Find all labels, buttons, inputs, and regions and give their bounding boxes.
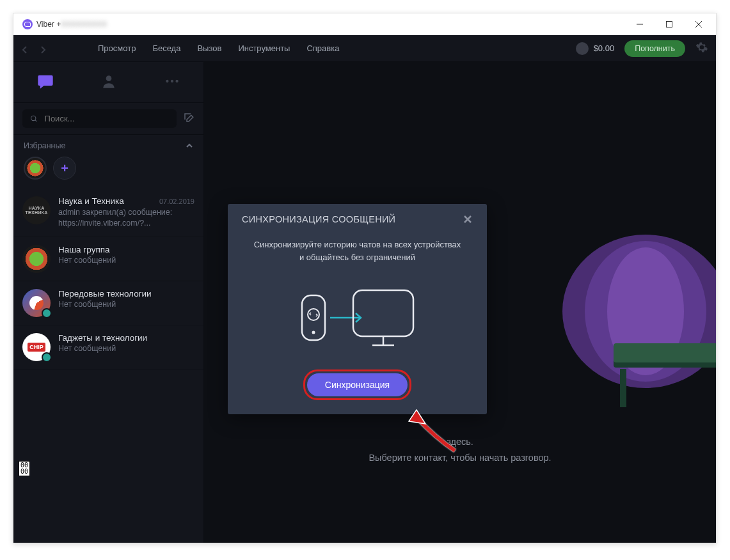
chat-item[interactable]: НАУКАТЕХНИКА Наука и Техника07.02.2019 a… <box>13 189 203 237</box>
sync-illustration-icon <box>253 283 461 353</box>
chat-name: Передовые технологии <box>58 289 152 299</box>
search-input-wrap <box>22 109 177 128</box>
svg-point-8 <box>31 116 36 120</box>
chat-name: Гаджеты и технологии <box>58 333 147 343</box>
chat-preview: Нет сообщений <box>58 344 194 353</box>
svg-line-9 <box>35 120 37 121</box>
svg-point-18 <box>308 309 319 320</box>
maximize-button[interactable] <box>655 13 684 35</box>
chat-avatar: CHIP <box>22 333 51 361</box>
menu-tools[interactable]: Инструменты <box>238 43 290 53</box>
chat-date: 07.02.2019 <box>159 198 194 205</box>
minimize-button[interactable] <box>625 13 655 35</box>
close-button[interactable] <box>684 13 713 35</box>
menu-call[interactable]: Вызов <box>197 43 221 53</box>
sync-button[interactable]: Синхронизация <box>307 373 408 396</box>
chat-avatar <box>22 245 51 273</box>
svg-rect-21 <box>353 290 413 336</box>
chat-name: Наша группа <box>58 245 110 254</box>
search-input[interactable] <box>45 114 169 123</box>
svg-point-4 <box>106 75 112 81</box>
tab-chats[interactable] <box>36 72 54 93</box>
nav-forward-button[interactable] <box>39 45 47 52</box>
tab-more[interactable] <box>164 73 180 92</box>
chat-avatar: НАУКАТЕХНИКА <box>22 196 51 224</box>
chat-preview: admin закрепил(а) сообщение: https://inv… <box>58 207 194 229</box>
verified-badge-icon <box>42 352 52 362</box>
compose-button[interactable] <box>183 112 194 126</box>
nav-back-button[interactable] <box>21 45 29 52</box>
chat-name: Наука и Техника <box>58 196 124 206</box>
menu-chat[interactable]: Беседа <box>152 43 180 53</box>
favorite-contact[interactable] <box>24 157 47 180</box>
chat-item[interactable]: Наша группа Нет сообщений <box>13 237 203 281</box>
chat-preview: Нет сообщений <box>58 300 194 309</box>
svg-point-19 <box>312 331 315 334</box>
sync-modal: СИНХРОНИЗАЦИЯ СООБЩЕНИЙ Синхронизируйте … <box>228 204 487 414</box>
chevron-up-icon <box>186 142 193 150</box>
debug-overlay: 00 00 <box>19 461 30 476</box>
svg-rect-15 <box>620 369 626 407</box>
chat-item[interactable]: Передовые технологии Нет сообщений <box>13 281 203 325</box>
user-avatar-icon <box>576 42 589 55</box>
verified-badge-icon <box>42 308 52 318</box>
app-body: Просмотр Беседа Вызов Инструменты Справк… <box>13 35 716 543</box>
modal-close-button[interactable] <box>463 214 473 224</box>
window-title: Viber +XXXXXXXXX <box>36 20 107 29</box>
topup-button[interactable]: Пополнить <box>624 40 685 57</box>
modal-description: Синхронизируйте историю чатов на всех ус… <box>253 238 461 263</box>
chat-avatar <box>22 289 51 317</box>
annotation-arrow-icon <box>397 406 461 457</box>
sync-button-highlight: Синхронизация <box>303 369 411 400</box>
app-window: Viber +XXXXXXXXX Просмотр Беседа Вызов И… <box>13 13 717 543</box>
svg-rect-14 <box>614 343 716 362</box>
balance-display[interactable]: $0.00 <box>576 42 615 55</box>
viber-logo-icon <box>22 19 33 29</box>
tab-contacts[interactable] <box>100 73 117 92</box>
top-menu-bar: Просмотр Беседа Вызов Инструменты Справк… <box>13 35 716 62</box>
sidebar: Избранные + НАУКАТЕХНИКА Наука и Техника… <box>13 62 204 543</box>
svg-point-6 <box>171 79 173 82</box>
titlebar: Viber +XXXXXXXXX <box>13 13 716 35</box>
menu-help[interactable]: Справка <box>306 43 339 53</box>
svg-point-7 <box>175 79 178 82</box>
chat-list: НАУКАТЕХНИКА Наука и Техника07.02.2019 a… <box>13 189 203 543</box>
chat-preview: Нет сообщений <box>58 256 194 265</box>
settings-gear-icon[interactable] <box>695 41 708 56</box>
empty-state-illustration <box>518 235 716 439</box>
svg-rect-1 <box>667 22 672 27</box>
chat-item[interactable]: CHIP Гаджеты и технологии Нет сообщений <box>13 325 203 369</box>
add-favorite-button[interactable]: + <box>53 157 76 180</box>
favorites-header[interactable]: Избранные <box>13 135 203 157</box>
menu-view[interactable]: Просмотр <box>98 43 136 53</box>
modal-title: СИНХРОНИЗАЦИЯ СООБЩЕНИЙ <box>242 214 395 224</box>
svg-point-5 <box>166 79 168 82</box>
search-icon <box>30 114 38 123</box>
